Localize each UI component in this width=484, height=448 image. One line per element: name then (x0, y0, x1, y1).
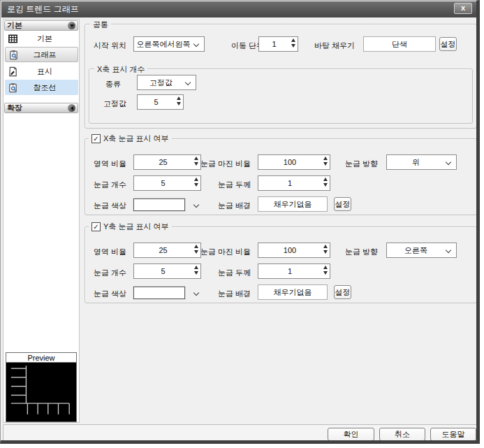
sidebar-group-basic-header[interactable]: 기본 (4, 20, 78, 31)
background-fill-settings-button[interactable]: 설정 (439, 37, 457, 51)
y-tick-background-settings-button[interactable]: 설정 (334, 285, 351, 299)
sidebar-item-reference-line[interactable]: 참조선 (5, 80, 78, 95)
y-tick-background-label: 눈금 배경 (189, 289, 251, 299)
start-position-label: 시작 위치 (94, 41, 126, 51)
y-ticks-group-legend: ✓ Y축 눈금 표시 여부 (89, 222, 172, 232)
spinner-down-icon (291, 44, 295, 48)
type-label: 종류 (105, 79, 121, 89)
clipboard-search-icon (8, 82, 18, 93)
common-group-label: 공통 (90, 20, 111, 30)
y-margin-ratio-label: 눈금 마진 비율 (189, 247, 251, 257)
x-tick-direction-label: 눈금 방향 (345, 159, 378, 169)
sidebar-item-label: 참조선 (18, 82, 78, 93)
x-area-ratio-label: 영역 비율 (94, 159, 126, 169)
spinner-up-icon (323, 245, 328, 248)
chevron-down-icon (185, 80, 191, 85)
check-icon: ✓ (93, 135, 98, 143)
spinner-down-icon (323, 183, 328, 187)
preview-title: Preview (6, 353, 76, 363)
spinner-up-icon (323, 157, 328, 160)
sidebar-item-display[interactable]: 표시 (5, 64, 78, 79)
chevron-down-icon (446, 159, 451, 165)
spinner-up-icon (323, 178, 328, 181)
color-swatch (133, 198, 185, 211)
spinner-up-icon (177, 96, 181, 100)
spinner-arrows[interactable] (323, 266, 328, 275)
y-tick-thickness-label: 눈금 두께 (189, 268, 251, 278)
y-tick-color-label: 눈금 색상 (94, 289, 126, 299)
spinner-arrows[interactable] (323, 178, 328, 187)
y-tick-direction-combobox[interactable]: 오른쪽 (386, 243, 457, 258)
x-tick-direction-combobox[interactable]: 위 (386, 154, 457, 170)
help-button[interactable]: 도움말 (430, 428, 476, 441)
spinner-down-icon (177, 102, 181, 106)
y-tick-background-field[interactable]: 채우기없음 (258, 284, 328, 300)
spinner-arrows[interactable] (291, 38, 295, 48)
collapse-button[interactable] (68, 22, 75, 29)
check-icon: ✓ (93, 223, 98, 231)
x-tick-background-settings-button[interactable]: 설정 (334, 197, 351, 211)
start-position-combobox[interactable]: 오른쪽에서왼쪽 (133, 36, 205, 52)
table-icon (8, 34, 18, 44)
sidebar-item-label: 그래프 (19, 50, 78, 60)
close-button[interactable]: x (454, 3, 472, 14)
chevron-down-icon (446, 247, 451, 253)
sidebar-item-graph[interactable]: 그래프 (5, 47, 78, 62)
spinner-down-icon (323, 162, 328, 166)
expand-button[interactable] (68, 104, 75, 112)
x-margin-ratio-label: 눈금 마진 비율 (189, 159, 251, 169)
color-swatch (133, 287, 185, 299)
x-tick-thickness-label: 눈금 두께 (189, 180, 251, 190)
clipboard-search-icon (8, 50, 19, 60)
fixed-value-label: 고정값 (103, 99, 126, 109)
close-icon: x (461, 3, 465, 12)
x-ticks-checkbox[interactable]: ✓ (91, 134, 101, 143)
move-unit-spinner[interactable]: 1 (258, 36, 298, 52)
spinner-arrows[interactable] (177, 96, 181, 106)
window-title: 로깅 트렌드 그래프 (7, 3, 79, 15)
y-area-ratio-label: 영역 비율 (94, 247, 126, 257)
chevron-left-icon (71, 106, 73, 110)
y-ticks-checkbox[interactable]: ✓ (91, 222, 101, 231)
spinner-up-icon (291, 38, 295, 42)
x-ticks-group-label: X축 눈금 표시 여부 (103, 133, 169, 144)
background-fill-label: 바탕 채우기 (314, 41, 355, 51)
spinner-arrows[interactable] (323, 245, 328, 254)
x-tick-background-field[interactable]: 채우기없음 (258, 196, 328, 212)
spinner-arrows[interactable] (323, 157, 328, 166)
spinner-up-icon (323, 266, 328, 269)
x-margin-ratio-spinner[interactable]: 100 (258, 154, 330, 170)
x-tick-background-label: 눈금 배경 (189, 201, 251, 211)
x-display-count-group-label: X축 표시 개수 (94, 64, 147, 75)
sidebar-item-basic[interactable]: 기본 (5, 31, 78, 46)
dialog-window: 로깅 트렌드 그래프 x 기본 기본 그래프 (0, 0, 480, 444)
x-tick-thickness-spinner[interactable]: 1 (258, 175, 330, 191)
sidebar-item-label: 기본 (18, 34, 78, 44)
y-tick-direction-label: 눈금 방향 (345, 247, 378, 257)
preview-panel: Preview (6, 352, 77, 422)
sidebar-item-label: 표시 (18, 66, 78, 77)
y-ticks-group-label: Y축 눈금 표시 여부 (103, 222, 169, 232)
y-tick-count-label: 눈금 개수 (94, 268, 126, 278)
x-tick-count-label: 눈금 개수 (94, 180, 126, 190)
y-margin-ratio-spinner[interactable]: 100 (258, 243, 330, 258)
sidebar: 기본 기본 그래프 표시 (3, 19, 80, 423)
sidebar-group-extension-header[interactable]: 확장 (4, 103, 78, 113)
preview-axes-sketch (6, 363, 76, 421)
page-edit-icon (8, 66, 18, 77)
spinner-down-icon (323, 250, 328, 254)
spinner-down-icon (323, 271, 328, 275)
chevron-down-icon (70, 24, 74, 27)
x-tick-color-label: 눈금 색상 (94, 201, 126, 211)
title-bar[interactable]: 로깅 트렌드 그래프 (1, 1, 479, 17)
footer-bar: 확인 취소 도움말 (3, 424, 480, 443)
fixed-value-spinner[interactable]: 5 (137, 94, 184, 110)
cancel-button[interactable]: 취소 (379, 428, 425, 441)
ok-button[interactable]: 확인 (328, 428, 374, 441)
x-ticks-group-legend: ✓ X축 눈금 표시 여부 (89, 133, 172, 144)
background-fill-field[interactable]: 단색 (363, 36, 436, 52)
type-combobox[interactable]: 고정값 (137, 75, 196, 90)
y-tick-thickness-spinner[interactable]: 1 (258, 263, 330, 279)
